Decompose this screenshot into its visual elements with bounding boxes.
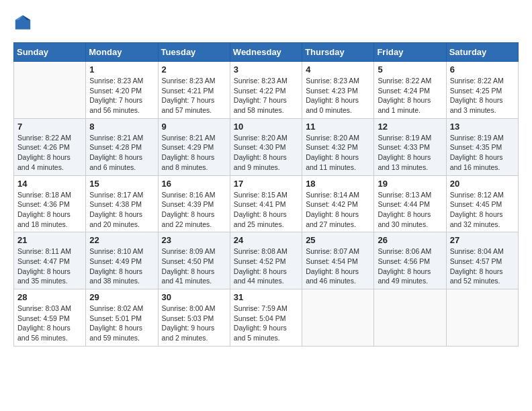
calendar-cell: 18Sunrise: 8:14 AMSunset: 4:42 PMDayligh… — [302, 175, 374, 232]
day-info: Sunrise: 8:13 AMSunset: 4:44 PMDaylight:… — [378, 190, 442, 230]
day-info: Sunrise: 8:03 AMSunset: 4:59 PMDaylight:… — [17, 304, 82, 343]
calendar-cell: 25Sunrise: 8:07 AMSunset: 4:54 PMDayligh… — [302, 232, 374, 289]
day-number: 1 — [89, 64, 154, 75]
calendar-cell: 17Sunrise: 8:15 AMSunset: 4:41 PMDayligh… — [230, 175, 302, 232]
day-info: Sunrise: 8:08 AMSunset: 4:52 PMDaylight:… — [234, 246, 298, 286]
day-info: Sunrise: 8:20 AMSunset: 4:30 PMDaylight:… — [234, 133, 298, 173]
day-number: 5 — [378, 64, 442, 75]
day-number: 11 — [306, 122, 370, 132]
page-header — [13, 13, 519, 32]
calendar-cell: 1Sunrise: 8:23 AMSunset: 4:20 PMDaylight… — [86, 62, 158, 119]
calendar-cell: 3Sunrise: 8:23 AMSunset: 4:22 PMDaylight… — [230, 62, 302, 119]
calendar-cell: 13Sunrise: 8:19 AMSunset: 4:35 PMDayligh… — [446, 118, 518, 175]
day-number: 4 — [306, 64, 370, 75]
calendar-cell: 26Sunrise: 8:06 AMSunset: 4:56 PMDayligh… — [374, 232, 446, 289]
calendar-cell: 12Sunrise: 8:19 AMSunset: 4:33 PMDayligh… — [374, 118, 446, 175]
day-number: 10 — [234, 122, 298, 132]
day-info: Sunrise: 8:22 AMSunset: 4:26 PMDaylight:… — [17, 133, 82, 173]
day-number: 25 — [306, 235, 370, 245]
day-number: 27 — [450, 235, 515, 245]
calendar-cell: 6Sunrise: 8:22 AMSunset: 4:25 PMDaylight… — [446, 62, 518, 119]
day-info: Sunrise: 8:04 AMSunset: 4:57 PMDaylight:… — [450, 246, 515, 286]
day-info: Sunrise: 8:16 AMSunset: 4:39 PMDaylight:… — [162, 190, 226, 230]
day-info: Sunrise: 7:59 AMSunset: 5:04 PMDaylight:… — [234, 304, 298, 343]
day-number: 22 — [89, 235, 154, 245]
day-info: Sunrise: 8:21 AMSunset: 4:29 PMDaylight:… — [162, 133, 226, 173]
calendar-cell: 31Sunrise: 7:59 AMSunset: 5:04 PMDayligh… — [230, 289, 302, 347]
day-info: Sunrise: 8:23 AMSunset: 4:20 PMDaylight:… — [89, 76, 154, 116]
day-info: Sunrise: 8:07 AMSunset: 4:54 PMDaylight:… — [306, 246, 370, 286]
weekday-header-row: SundayMondayTuesdayWednesdayThursdayFrid… — [14, 43, 519, 62]
day-number: 7 — [17, 122, 82, 132]
calendar-cell: 14Sunrise: 8:18 AMSunset: 4:36 PMDayligh… — [14, 175, 86, 232]
weekday-header-monday: Monday — [86, 43, 158, 62]
day-number: 28 — [17, 292, 82, 302]
calendar-cell — [14, 62, 86, 119]
day-info: Sunrise: 8:17 AMSunset: 4:38 PMDaylight:… — [89, 190, 154, 230]
day-info: Sunrise: 8:12 AMSunset: 4:45 PMDaylight:… — [450, 190, 515, 230]
weekday-header-thursday: Thursday — [302, 43, 374, 62]
day-info: Sunrise: 8:23 AMSunset: 4:21 PMDaylight:… — [162, 76, 226, 116]
day-info: Sunrise: 8:15 AMSunset: 4:41 PMDaylight:… — [234, 190, 298, 230]
logo-icon — [13, 13, 32, 32]
calendar-cell: 20Sunrise: 8:12 AMSunset: 4:45 PMDayligh… — [446, 175, 518, 232]
day-info: Sunrise: 8:23 AMSunset: 4:23 PMDaylight:… — [306, 76, 370, 116]
day-number: 14 — [17, 179, 82, 189]
day-info: Sunrise: 8:18 AMSunset: 4:36 PMDaylight:… — [17, 190, 82, 230]
calendar-cell: 10Sunrise: 8:20 AMSunset: 4:30 PMDayligh… — [230, 118, 302, 175]
day-number: 18 — [306, 179, 370, 189]
calendar-cell: 28Sunrise: 8:03 AMSunset: 4:59 PMDayligh… — [14, 289, 86, 347]
calendar-cell: 2Sunrise: 8:23 AMSunset: 4:21 PMDaylight… — [158, 62, 230, 119]
day-number: 15 — [89, 179, 154, 189]
calendar-cell: 15Sunrise: 8:17 AMSunset: 4:38 PMDayligh… — [86, 175, 158, 232]
calendar-cell — [302, 289, 374, 347]
day-number: 3 — [234, 64, 298, 75]
calendar-cell: 22Sunrise: 8:10 AMSunset: 4:49 PMDayligh… — [86, 232, 158, 289]
day-info: Sunrise: 8:22 AMSunset: 4:24 PMDaylight:… — [378, 76, 442, 116]
day-info: Sunrise: 8:02 AMSunset: 5:01 PMDaylight:… — [89, 304, 154, 343]
calendar-cell: 5Sunrise: 8:22 AMSunset: 4:24 PMDaylight… — [374, 62, 446, 119]
calendar-cell — [374, 289, 446, 347]
day-number: 6 — [450, 64, 515, 75]
day-number: 9 — [162, 122, 226, 132]
day-number: 13 — [450, 122, 515, 132]
day-info: Sunrise: 8:19 AMSunset: 4:35 PMDaylight:… — [450, 133, 515, 173]
calendar-cell: 8Sunrise: 8:21 AMSunset: 4:28 PMDaylight… — [86, 118, 158, 175]
calendar-cell: 29Sunrise: 8:02 AMSunset: 5:01 PMDayligh… — [86, 289, 158, 347]
day-number: 29 — [89, 292, 154, 302]
day-info: Sunrise: 8:00 AMSunset: 5:03 PMDaylight:… — [162, 304, 226, 343]
day-info: Sunrise: 8:19 AMSunset: 4:33 PMDaylight:… — [378, 133, 442, 173]
day-number: 24 — [234, 235, 298, 245]
weekday-header-friday: Friday — [374, 43, 446, 62]
weekday-header-sunday: Sunday — [14, 43, 86, 62]
week-row-2: 7Sunrise: 8:22 AMSunset: 4:26 PMDaylight… — [14, 118, 519, 175]
calendar-cell: 30Sunrise: 8:00 AMSunset: 5:03 PMDayligh… — [158, 289, 230, 347]
calendar-cell: 27Sunrise: 8:04 AMSunset: 4:57 PMDayligh… — [446, 232, 518, 289]
calendar-cell — [446, 289, 518, 347]
logo — [13, 13, 35, 32]
week-row-5: 28Sunrise: 8:03 AMSunset: 4:59 PMDayligh… — [14, 289, 519, 347]
day-number: 31 — [234, 292, 298, 302]
calendar-cell: 9Sunrise: 8:21 AMSunset: 4:29 PMDaylight… — [158, 118, 230, 175]
calendar-cell: 4Sunrise: 8:23 AMSunset: 4:23 PMDaylight… — [302, 62, 374, 119]
day-number: 30 — [162, 292, 226, 302]
svg-marker-0 — [15, 15, 30, 30]
calendar-cell: 11Sunrise: 8:20 AMSunset: 4:32 PMDayligh… — [302, 118, 374, 175]
day-number: 23 — [162, 235, 226, 245]
week-row-4: 21Sunrise: 8:11 AMSunset: 4:47 PMDayligh… — [14, 232, 519, 289]
day-info: Sunrise: 8:21 AMSunset: 4:28 PMDaylight:… — [89, 133, 154, 173]
calendar-cell: 19Sunrise: 8:13 AMSunset: 4:44 PMDayligh… — [374, 175, 446, 232]
week-row-1: 1Sunrise: 8:23 AMSunset: 4:20 PMDaylight… — [14, 62, 519, 119]
day-number: 2 — [162, 64, 226, 75]
day-info: Sunrise: 8:23 AMSunset: 4:22 PMDaylight:… — [234, 76, 298, 116]
calendar-cell: 7Sunrise: 8:22 AMSunset: 4:26 PMDaylight… — [14, 118, 86, 175]
calendar-cell: 21Sunrise: 8:11 AMSunset: 4:47 PMDayligh… — [14, 232, 86, 289]
day-number: 8 — [89, 122, 154, 132]
week-row-3: 14Sunrise: 8:18 AMSunset: 4:36 PMDayligh… — [14, 175, 519, 232]
calendar-cell: 24Sunrise: 8:08 AMSunset: 4:52 PMDayligh… — [230, 232, 302, 289]
calendar-cell: 16Sunrise: 8:16 AMSunset: 4:39 PMDayligh… — [158, 175, 230, 232]
day-info: Sunrise: 8:20 AMSunset: 4:32 PMDaylight:… — [306, 133, 370, 173]
day-info: Sunrise: 8:06 AMSunset: 4:56 PMDaylight:… — [378, 246, 442, 286]
day-number: 19 — [378, 179, 442, 189]
day-number: 12 — [378, 122, 442, 132]
